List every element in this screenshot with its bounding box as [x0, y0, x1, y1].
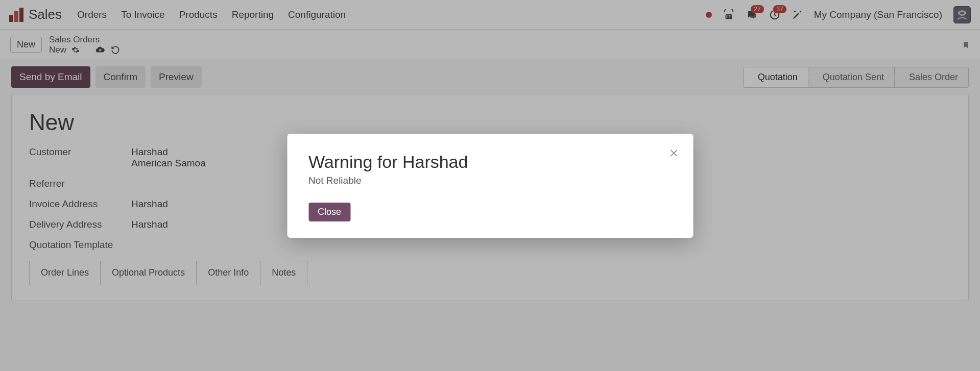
dialog-close-button[interactable]: Close — [308, 203, 350, 221]
close-icon[interactable] — [668, 148, 679, 158]
dialog-title: Warning for Harshad — [308, 152, 672, 172]
warning-dialog: Warning for Harshad Not Reliable Close — [287, 134, 693, 238]
dialog-body: Not Reliable — [308, 175, 672, 186]
